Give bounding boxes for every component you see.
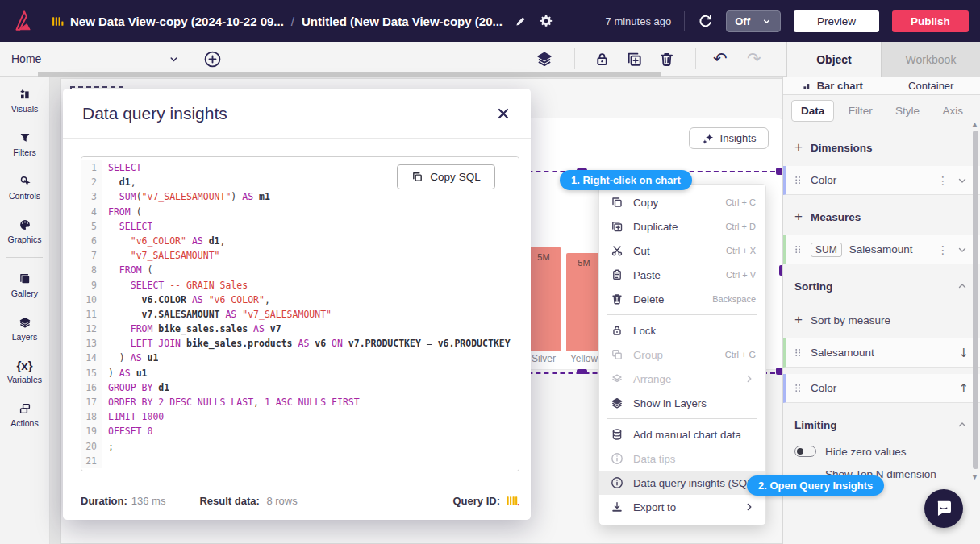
drag-handle-icon[interactable] <box>793 383 803 393</box>
edit-pencil-icon[interactable] <box>514 15 528 28</box>
menu-item-add-manual-chart-data[interactable]: Add manual chart data <box>599 422 765 446</box>
drag-handle-icon[interactable] <box>793 175 803 185</box>
sidebar-item-controls[interactable]: Controls <box>0 172 49 204</box>
panel-tab-axis[interactable]: Axis <box>933 101 972 121</box>
tab-container-label: Container <box>908 80 953 92</box>
plus-icon: + <box>794 139 803 156</box>
panel-tab-style[interactable]: Style <box>886 101 928 121</box>
toggle-hide-zero-values[interactable]: Hide zero values <box>783 437 980 466</box>
breadcrumb-page-title[interactable]: Untitled (New Data View-copy (20... <box>302 15 503 28</box>
kebab-menu-icon[interactable]: ⋮ <box>937 243 949 256</box>
sorting-header[interactable]: Sorting <box>783 274 980 298</box>
menu-item-data-query-insights-sql-[interactable]: Data query insights (SQL) <box>599 471 765 495</box>
add-sort-by-measure[interactable]: +Sort by measure <box>783 308 980 332</box>
undo-icon[interactable]: ↶ <box>713 42 728 76</box>
lock-icon[interactable] <box>594 42 611 76</box>
sidebar-item-layers[interactable]: Layers <box>0 313 49 345</box>
menu-item-label: Delete <box>633 293 664 305</box>
close-icon[interactable] <box>495 106 511 122</box>
tab-container[interactable]: Container <box>882 77 980 94</box>
sql-token: ) <box>231 191 242 202</box>
sql-token <box>203 294 209 305</box>
menu-item-delete[interactable]: DeleteBackspace <box>599 287 765 311</box>
layers-icon[interactable] <box>536 42 553 76</box>
sort-direction-up-icon[interactable]: ↑ <box>958 381 969 396</box>
limiting-header[interactable]: Limiting <box>783 413 980 437</box>
sql-line-code: FROM ( <box>102 205 142 219</box>
sort-row-salesamount[interactable]: Salesamount↓ <box>783 338 980 368</box>
publish-button[interactable]: Publish <box>892 10 969 32</box>
sql-token <box>108 250 131 261</box>
measure-label: Salesamount <box>849 243 913 255</box>
chevron-down-icon[interactable] <box>168 42 180 76</box>
add-sort-by-measure-label: Sort by measure <box>811 314 890 326</box>
toggle-switch-off[interactable] <box>794 446 816 457</box>
menu-item-paste[interactable]: PasteCtrl + V <box>599 263 765 287</box>
tab-workbook[interactable]: Workbook <box>881 42 980 77</box>
kebab-menu-icon[interactable]: ⋮ <box>937 174 949 187</box>
home-page-selector[interactable]: Home <box>11 42 41 76</box>
menu-item-show-in-layers[interactable]: Show in Layers <box>599 391 765 415</box>
sql-line-code: FROM bike_sales.sales AS v7 <box>102 322 281 336</box>
sql-token: "v7_SALESAMOUNT" <box>142 191 231 202</box>
sidebar-item-actions[interactable]: Actions <box>0 399 49 431</box>
sql-token: SUM <box>119 191 136 202</box>
preview-button[interactable]: Preview <box>794 10 879 32</box>
sidebar-item-variables[interactable]: {x}Variables <box>0 356 49 388</box>
paste-icon <box>611 268 623 281</box>
tab-bar-chart[interactable]: Bar chart <box>783 77 882 94</box>
selection-handle-bottom[interactable] <box>577 369 587 374</box>
trash-icon[interactable] <box>658 42 675 76</box>
dimension-row-color[interactable]: Color⋮ <box>783 166 980 195</box>
sql-code-block[interactable]: 1SELECT2 d1,3 SUM("v7_SALESAMOUNT") AS m… <box>81 156 519 471</box>
add-item-icon[interactable] <box>203 42 222 76</box>
drag-handle-icon[interactable] <box>793 244 803 255</box>
dialog-header: Data query insights <box>63 89 531 139</box>
menu-item-duplicate[interactable]: DuplicateCtrl + D <box>599 214 765 239</box>
sidebar-item-visuals[interactable]: Visuals <box>0 85 49 117</box>
brand-logo-icon[interactable] <box>11 8 35 34</box>
breadcrumb-dataset[interactable]: New Data View-copy (2024-10-22 09... <box>70 15 284 28</box>
chevron-down-icon[interactable] <box>956 243 969 256</box>
scroll-up-arrow[interactable]: ▲ <box>971 120 978 128</box>
sidebar-item-filters[interactable]: Filters <box>0 128 49 160</box>
copy-sql-button[interactable]: Copy SQL <box>397 164 495 189</box>
sidebar-item-graphics[interactable]: Graphics <box>0 215 49 247</box>
add-dimension[interactable]: +Dimensions <box>783 135 980 160</box>
horizontal-scrollbar[interactable] <box>38 72 661 77</box>
sidebar-item-label: Graphics <box>7 235 41 244</box>
settings-gear-icon[interactable] <box>539 14 553 28</box>
menu-item-copy[interactable]: CopyCtrl + C <box>599 190 765 214</box>
sort-direction-down-icon[interactable]: ↓ <box>958 346 969 360</box>
sql-line: 13 LEFT JOIN bike_sales.products AS v6 O… <box>81 336 519 351</box>
panel-tab-filter[interactable]: Filter <box>840 101 882 121</box>
menu-item-data-tips: Data tips <box>599 446 765 471</box>
help-chat-button[interactable] <box>924 489 963 528</box>
vertical-scrollbar[interactable] <box>973 131 978 469</box>
sidebar-item-label: Variables <box>7 375 42 384</box>
chevron-down-icon[interactable] <box>956 174 969 187</box>
sql-token: ( <box>131 206 142 218</box>
sql-line-number: 6 <box>81 234 102 248</box>
menu-item-export-to[interactable]: Export to <box>599 495 765 519</box>
menu-item-label: Arrange <box>633 373 671 385</box>
sort-row-color[interactable]: Color↑ <box>783 374 980 403</box>
menu-item-lock[interactable]: Lock <box>599 318 765 343</box>
sql-line-code: "v7_SALESAMOUNT" <box>102 248 219 263</box>
sql-line-code: d1, <box>102 175 136 189</box>
drag-handle-icon[interactable] <box>793 347 803 358</box>
panel-tab-data[interactable]: Data <box>791 100 834 122</box>
insights-button[interactable]: Insights <box>689 127 769 149</box>
sidebar-item-gallery[interactable]: Gallery <box>0 269 49 301</box>
measure-row-salesamount[interactable]: SUMSalesamount⋮ <box>783 235 980 264</box>
scroll-down-arrow[interactable]: ▼ <box>971 473 978 481</box>
tab-object[interactable]: Object <box>786 42 881 77</box>
duplicate-icon[interactable] <box>626 42 643 76</box>
menu-item-cut[interactable]: CutCtrl + X <box>599 239 765 263</box>
add-measure[interactable]: +Measures <box>783 205 980 229</box>
auto-refresh-dropdown[interactable]: Off <box>726 10 781 32</box>
aggregation-chip[interactable]: SUM <box>811 243 842 257</box>
refresh-icon[interactable] <box>698 14 713 29</box>
sql-token: ( <box>142 264 153 276</box>
submenu-chevron-right-icon <box>743 372 756 385</box>
